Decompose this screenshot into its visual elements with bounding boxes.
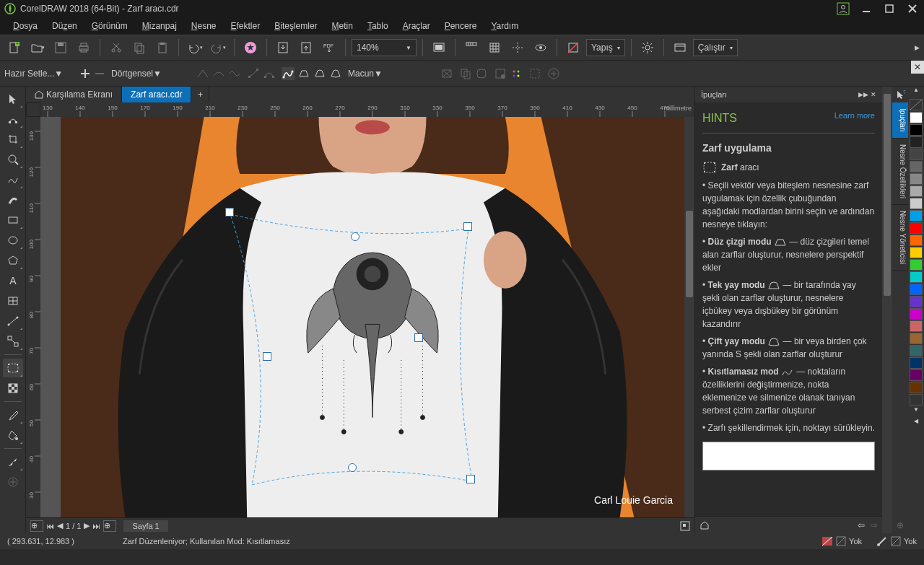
swatch[interactable] [910,271,923,283]
save-button[interactable] [51,38,71,58]
page-next-button[interactable]: ▶ [84,521,90,530]
palette-flyout-button[interactable]: ◀ [908,418,924,429]
swatch[interactable] [910,357,923,369]
text-tool[interactable]: A [3,271,23,290]
tab-document[interactable]: Zarf aracı.cdr [122,87,191,102]
swatch[interactable] [910,308,923,320]
add-preset-button[interactable] [79,68,91,79]
swatch[interactable] [910,284,923,295]
menu-metin[interactable]: Metin [326,19,359,32]
table-tool[interactable] [3,292,23,310]
swatch[interactable] [910,394,923,406]
dimension-tool[interactable] [3,312,23,330]
crop-tool[interactable] [3,130,23,149]
fullscreen-preview-button[interactable] [429,38,449,58]
double-arc-mode-button[interactable] [329,67,342,80]
zoom-tool[interactable] [3,150,23,169]
print-button[interactable] [74,38,94,58]
property-bar-close-button[interactable]: ✕ [911,61,924,74]
palette-up-button[interactable]: ▲ [908,87,924,98]
envelope-selection[interactable] [61,117,684,517]
swatch[interactable] [910,149,923,160]
swatch[interactable] [910,259,923,271]
envelope-handle-br[interactable] [466,475,475,483]
docker-add-button[interactable]: ⊕ [892,517,908,533]
swatch[interactable] [910,333,923,344]
new-document-button[interactable]: + [4,38,25,58]
node-shape-dropdown[interactable]: Dörtgensel▼ [111,69,191,79]
hints-back-button[interactable]: ⇦ [858,520,865,530]
swatch[interactable] [910,112,923,123]
page-last-button[interactable]: ⏭ [92,522,100,530]
single-arc-mode-button[interactable] [313,67,326,80]
menu-gorunum[interactable]: Görünüm [86,19,134,32]
page-tab[interactable]: Sayfa 1 [123,520,167,532]
eyedropper-tool[interactable] [3,406,23,424]
run-dropdown[interactable]: Çalıştır▾ [693,39,738,56]
keep-lines-button[interactable] [440,67,453,80]
side-tab-hints[interactable]: İpuçları [892,102,908,139]
preset-dropdown[interactable]: Hazır Setle...▼ [4,69,77,79]
polygon-tool[interactable] [3,251,23,270]
user-account-icon[interactable] [836,1,850,16]
outline-tool[interactable] [3,452,23,471]
show-grid-button[interactable] [484,38,505,58]
curve-segment-button[interactable] [263,67,276,80]
fill-indicator[interactable]: Yok [821,536,862,546]
swatch[interactable] [910,235,923,246]
learn-more-link[interactable]: Learn more [834,110,875,122]
preview-button[interactable] [531,38,551,58]
envelope-tool[interactable] [3,359,23,377]
app-launcher-button[interactable] [670,38,690,58]
show-rulers-button[interactable] [461,38,481,58]
node-smooth-button[interactable] [212,67,225,80]
options-button[interactable] [637,38,658,58]
create-from-button[interactable] [475,67,488,80]
ruler-origin[interactable] [26,102,40,117]
swatch[interactable] [910,296,923,307]
swatch[interactable] [910,222,923,234]
freehand-tool[interactable] [3,170,23,189]
open-button[interactable]: ▾ [27,38,48,58]
mapping-mode-dropdown[interactable]: Macun▼ [348,69,435,79]
menu-efektler[interactable]: Efektler [225,19,266,32]
pick-tool[interactable] [3,89,23,108]
vertical-scrollbar[interactable] [684,117,694,517]
zoom-level-dropdown[interactable]: 140%▼ [352,39,417,56]
straight-line-mode-button[interactable] [297,67,310,80]
swatch[interactable] [910,320,923,332]
page-add-after-button[interactable]: ⊕ [103,520,116,532]
hints-scrollbar[interactable] [882,87,892,533]
hints-forward-button[interactable]: ⇨ [871,520,878,530]
snap-off-button[interactable] [563,38,583,58]
minimize-button[interactable] [859,1,873,16]
export-button[interactable] [296,38,316,58]
swatch[interactable] [910,173,923,185]
menu-mizanpaj[interactable]: Mizanpaj [136,19,183,32]
swatch[interactable] [910,136,923,148]
import-button[interactable] [273,38,293,58]
delete-preset-button[interactable] [94,68,105,79]
menu-nesne[interactable]: Nesne [186,19,222,32]
search-content-button[interactable] [240,38,261,58]
page-prev-button[interactable]: ◀ [57,521,63,530]
menu-araclar[interactable]: Araçlar [397,19,436,32]
paste-button[interactable] [152,38,173,58]
envelope-handle-mr[interactable] [414,333,423,342]
page-first-button[interactable]: ⏮ [46,522,54,530]
swatch[interactable] [910,247,923,258]
redo-button[interactable]: ▾ [208,38,228,58]
close-button[interactable] [905,1,920,16]
publish-pdf-button[interactable]: PDF [319,38,339,58]
clear-envelope-button[interactable] [494,67,507,80]
menu-duzen[interactable]: Düzen [46,19,83,32]
quick-customize-button[interactable] [547,67,560,80]
swatch[interactable] [910,161,923,172]
ellipse-tool[interactable] [3,231,23,250]
maximize-button[interactable] [882,1,897,16]
palette-down-button[interactable]: ▼ [908,406,924,418]
swatch[interactable] [910,210,923,222]
help-icon[interactable]: ? [892,87,908,102]
tab-welcome[interactable]: Karşılama Ekranı [26,87,122,102]
menu-dosya[interactable]: Dosya [7,19,43,32]
